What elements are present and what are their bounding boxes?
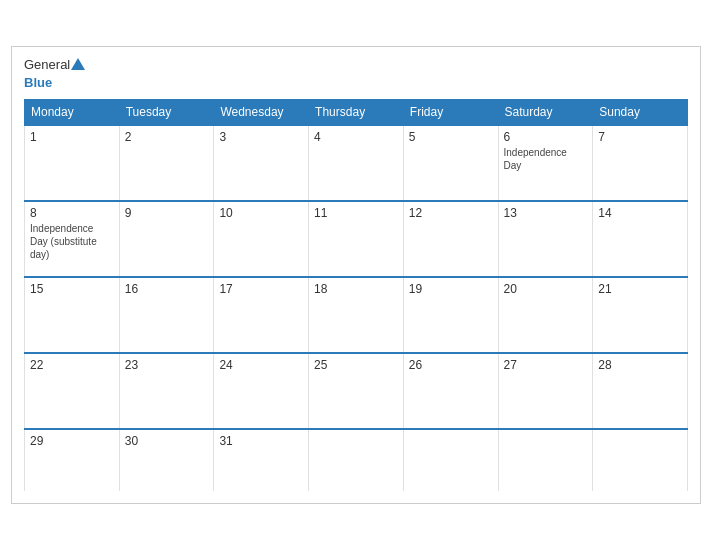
day-number: 21: [598, 282, 682, 296]
calendar-container: GeneralBlue MondayTuesdayWednesdayThursd…: [11, 46, 701, 505]
day-number: 1: [30, 130, 114, 144]
day-number: 17: [219, 282, 303, 296]
day-number: 11: [314, 206, 398, 220]
holiday-label: Independence Day: [504, 146, 588, 172]
day-number: 16: [125, 282, 209, 296]
calendar-cell: 7: [593, 125, 688, 201]
calendar-cell: 8Independence Day (substitute day): [25, 201, 120, 277]
calendar-cell: 17: [214, 277, 309, 353]
calendar-cell: 28: [593, 353, 688, 429]
day-number: 4: [314, 130, 398, 144]
day-number: 15: [30, 282, 114, 296]
day-number: 19: [409, 282, 493, 296]
calendar-cell: 5: [403, 125, 498, 201]
week-row-2: 8Independence Day (substitute day)910111…: [25, 201, 688, 277]
calendar-cell: 10: [214, 201, 309, 277]
week-row-1: 123456Independence Day7: [25, 125, 688, 201]
logo-blue-text: Blue: [24, 75, 52, 90]
calendar-cell: 13: [498, 201, 593, 277]
calendar-cell: 4: [309, 125, 404, 201]
day-number: 18: [314, 282, 398, 296]
day-number: 25: [314, 358, 398, 372]
day-number: 13: [504, 206, 588, 220]
day-number: 20: [504, 282, 588, 296]
logo-general-text: General: [24, 57, 70, 73]
calendar-cell: 6Independence Day: [498, 125, 593, 201]
calendar-cell: 20: [498, 277, 593, 353]
day-number: 2: [125, 130, 209, 144]
week-row-3: 15161718192021: [25, 277, 688, 353]
calendar-cell: 22: [25, 353, 120, 429]
calendar-cell: [498, 429, 593, 491]
calendar-cell: 18: [309, 277, 404, 353]
calendar-cell: 23: [119, 353, 214, 429]
day-number: 10: [219, 206, 303, 220]
day-number: 28: [598, 358, 682, 372]
calendar-cell: 31: [214, 429, 309, 491]
day-number: 3: [219, 130, 303, 144]
calendar-cell: 15: [25, 277, 120, 353]
day-number: 22: [30, 358, 114, 372]
calendar-cell: 14: [593, 201, 688, 277]
weekday-header-tuesday: Tuesday: [119, 100, 214, 126]
weekday-header-sunday: Sunday: [593, 100, 688, 126]
weekday-header-saturday: Saturday: [498, 100, 593, 126]
calendar-cell: 25: [309, 353, 404, 429]
calendar-cell: 2: [119, 125, 214, 201]
calendar-cell: [593, 429, 688, 491]
day-number: 29: [30, 434, 114, 448]
day-number: 7: [598, 130, 682, 144]
calendar-cell: 26: [403, 353, 498, 429]
calendar-cell: 16: [119, 277, 214, 353]
calendar-cell: [403, 429, 498, 491]
day-number: 30: [125, 434, 209, 448]
weekday-header-monday: Monday: [25, 100, 120, 126]
day-number: 8: [30, 206, 114, 220]
day-number: 31: [219, 434, 303, 448]
calendar-table: MondayTuesdayWednesdayThursdayFridaySatu…: [24, 99, 688, 491]
day-number: 26: [409, 358, 493, 372]
calendar-cell: 24: [214, 353, 309, 429]
holiday-label: Independence Day (substitute day): [30, 222, 114, 261]
calendar-cell: 11: [309, 201, 404, 277]
calendar-cell: 27: [498, 353, 593, 429]
logo-triangle-icon: [71, 58, 85, 70]
calendar-cell: 3: [214, 125, 309, 201]
weekday-header-friday: Friday: [403, 100, 498, 126]
day-number: 14: [598, 206, 682, 220]
day-number: 6: [504, 130, 588, 144]
calendar-cell: 12: [403, 201, 498, 277]
week-row-4: 22232425262728: [25, 353, 688, 429]
calendar-cell: 21: [593, 277, 688, 353]
weekday-header-wednesday: Wednesday: [214, 100, 309, 126]
weekday-header-thursday: Thursday: [309, 100, 404, 126]
weekday-header-row: MondayTuesdayWednesdayThursdayFridaySatu…: [25, 100, 688, 126]
calendar-cell: 9: [119, 201, 214, 277]
day-number: 9: [125, 206, 209, 220]
week-row-5: 293031: [25, 429, 688, 491]
calendar-cell: [309, 429, 404, 491]
day-number: 23: [125, 358, 209, 372]
calendar-cell: 30: [119, 429, 214, 491]
logo: GeneralBlue: [24, 57, 85, 92]
calendar-cell: 19: [403, 277, 498, 353]
day-number: 27: [504, 358, 588, 372]
day-number: 12: [409, 206, 493, 220]
day-number: 5: [409, 130, 493, 144]
day-number: 24: [219, 358, 303, 372]
calendar-cell: 29: [25, 429, 120, 491]
calendar-cell: 1: [25, 125, 120, 201]
calendar-header: GeneralBlue: [24, 57, 688, 92]
